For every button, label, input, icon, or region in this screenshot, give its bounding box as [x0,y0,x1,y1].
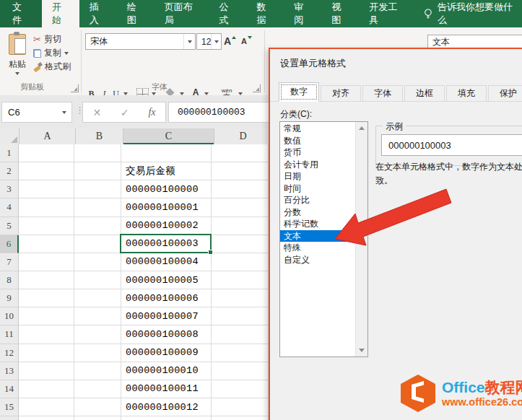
cell-c4[interactable]: 000000100001 [121,198,212,216]
cell[interactable] [74,325,121,344]
category-text-selected[interactable]: 文本 [280,230,355,242]
tab-file[interactable]: 文件 [0,0,42,27]
cell[interactable] [212,217,269,235]
cell[interactable] [19,307,74,325]
row-header-3[interactable]: 3 [0,180,19,198]
cell[interactable] [74,398,121,416]
cell-c10[interactable]: 000000100007 [121,307,212,325]
cell[interactable] [19,362,74,380]
tab-view[interactable]: 视图 [321,0,359,27]
row-header-6[interactable]: 6 [0,235,19,253]
cell[interactable] [74,344,121,362]
cell[interactable] [212,416,269,420]
row-header-9[interactable]: 9 [0,289,19,307]
cell[interactable] [19,253,74,271]
cell[interactable] [212,398,269,416]
clipboard-dialog-launcher[interactable] [71,84,79,92]
cell[interactable] [74,307,121,325]
cell[interactable] [74,380,121,398]
column-header-b[interactable]: B [76,128,123,144]
dialog-tab-fill[interactable]: 填充 [446,85,487,102]
dialog-tab-font[interactable]: 字体 [362,85,403,102]
tab-draw[interactable]: 绘图 [117,0,155,27]
cell[interactable] [212,253,269,271]
font-size-combo[interactable]: 12 [196,33,222,50]
column-header-d[interactable]: D [214,128,272,144]
cell[interactable] [74,362,121,380]
cell-c9[interactable]: 000000100006 [121,289,212,307]
cell[interactable] [212,380,269,398]
cell-c6-selected[interactable]: 000000100003 [121,235,212,253]
cell[interactable] [74,289,121,307]
cell[interactable] [19,162,74,180]
category-general[interactable]: 常规 [280,123,355,135]
cell[interactable] [19,289,74,307]
dialog-tab-alignment[interactable]: 对齐 [321,85,361,102]
dialog-tab-protection[interactable]: 保护 [488,85,522,102]
tab-developer[interactable]: 开发工具 [359,0,414,27]
cancel-button[interactable]: ✕ [92,107,101,118]
cell[interactable] [212,325,269,344]
cell[interactable] [19,398,74,416]
tab-insert[interactable]: 插入 [79,0,117,27]
cell[interactable] [212,162,269,180]
enter-button[interactable]: ✓ [121,107,129,118]
cell-c2[interactable]: 交易后金额 [121,162,212,180]
tab-formulas[interactable]: 公式 [209,0,247,27]
tab-data[interactable]: 数据 [246,0,284,27]
cell[interactable] [212,144,269,162]
cell[interactable] [212,235,269,253]
category-number[interactable]: 数值 [280,135,355,147]
cell[interactable] [19,325,74,344]
cell[interactable] [74,180,121,198]
cell[interactable] [19,271,74,289]
cell[interactable] [19,144,74,162]
cell-c3[interactable]: 000000100000 [121,180,212,198]
cell[interactable] [19,416,74,420]
row-header-16[interactable]: 16 [0,416,19,420]
cell[interactable] [212,198,269,216]
cell-c11[interactable]: 000000100008 [121,325,212,344]
tab-home[interactable]: 开始 [42,0,79,27]
cell-c14[interactable]: 000000100011 [121,380,212,398]
font-name-combo[interactable]: 宋体 [85,33,196,50]
cell[interactable] [19,217,74,235]
format-painter-button[interactable]: 格式刷 [33,61,71,73]
cell-c5[interactable]: 000000100002 [121,217,212,235]
name-box[interactable]: C6 [1,102,72,123]
row-header-2[interactable]: 2 [0,162,19,180]
cell[interactable] [74,271,121,289]
row-header-7[interactable]: 7 [0,253,19,271]
cell[interactable] [212,362,269,380]
shrink-font-button[interactable]: A [239,33,253,48]
category-special[interactable]: 特殊 [280,242,355,254]
cell[interactable] [19,235,74,253]
cell[interactable] [19,380,74,398]
grow-font-button[interactable]: A [222,33,237,48]
cell[interactable] [74,217,121,235]
category-date[interactable]: 日期 [280,170,355,183]
cell-c13[interactable]: 000000100010 [121,362,212,380]
listbox-scrollbar[interactable] [355,122,367,356]
cell[interactable] [19,344,74,362]
cell[interactable] [212,180,269,198]
cell[interactable] [212,344,269,362]
cell[interactable] [74,235,121,253]
tell-me-box[interactable]: 告诉我你想要做什么 [417,0,522,27]
cell[interactable] [74,198,121,216]
column-header-a[interactable]: A [19,128,76,144]
cut-button[interactable]: ✂ 剪切 [33,33,61,45]
cell[interactable] [212,307,269,325]
cell[interactable] [212,271,269,289]
cell[interactable] [121,144,212,162]
row-header-5[interactable]: 5 [0,217,19,235]
row-header-10[interactable]: 10 [0,307,19,325]
tab-review[interactable]: 审阅 [284,0,321,27]
row-header-11[interactable]: 11 [0,325,19,344]
category-currency[interactable]: 货币 [280,146,355,159]
tab-page-layout[interactable]: 页面布局 [155,0,209,27]
dialog-tab-number[interactable]: 数字 [279,82,319,102]
cell-c7[interactable]: 000000100004 [121,253,212,271]
category-time[interactable]: 时间 [280,183,355,195]
category-accounting[interactable]: 会计专用 [280,159,355,171]
